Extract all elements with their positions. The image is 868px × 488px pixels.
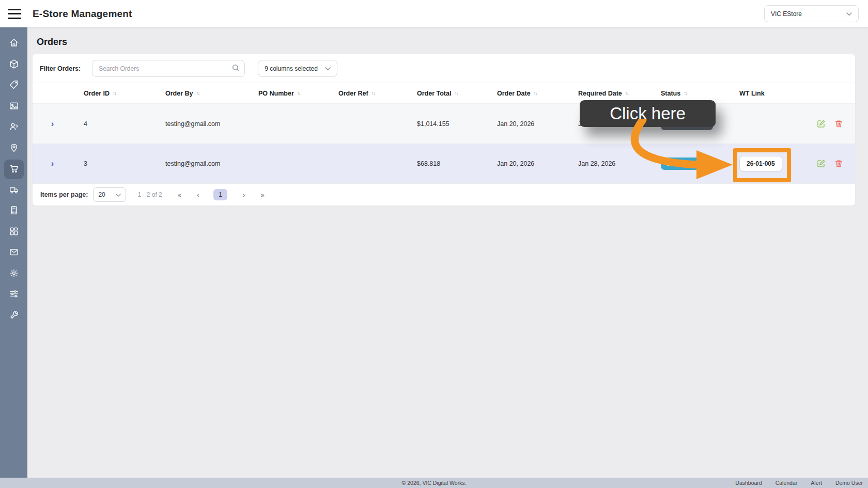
table-header-row: Order ID↑↓ Order By↑↓ PO Number↑↓ Order … — [33, 83, 855, 104]
truck-icon — [9, 184, 19, 197]
columns-select[interactable]: 9 columns selected — [258, 60, 337, 77]
sort-icon[interactable]: ↑↓ — [196, 90, 199, 96]
main-content: Orders Filter Orders: 9 columns selected… — [27, 27, 868, 478]
sidebar-item-apps[interactable] — [4, 223, 24, 242]
app-header: E-Store Management VIC EStore — [0, 0, 868, 27]
gear-icon — [9, 268, 19, 280]
sidebar-item-products[interactable] — [4, 55, 24, 75]
wrench-icon — [9, 310, 19, 322]
sort-icon[interactable]: ↑↓ — [297, 90, 300, 96]
column-header-order-date[interactable]: Order Date↑↓ — [486, 90, 567, 97]
column-header-required-date[interactable]: Required Date↑↓ — [567, 90, 649, 97]
cell-order-total: $1,014.155 — [406, 120, 486, 128]
tag-icon — [9, 80, 19, 92]
expand-row-icon[interactable]: › — [51, 119, 54, 128]
sort-icon[interactable]: ↑↓ — [113, 90, 116, 96]
footer-link-calendar[interactable]: Calendar — [776, 480, 798, 486]
cell-order-total: $68.818 — [406, 160, 486, 167]
sort-icon[interactable]: ↑↓ — [625, 90, 628, 96]
cell-order-by: testing@gmail.com — [154, 160, 247, 167]
sidebar-item-tools[interactable] — [4, 306, 24, 326]
page-size-value: 20 — [98, 191, 105, 198]
page-title: Orders — [37, 37, 855, 48]
cell-order-date: Jan 20, 2026 — [486, 160, 567, 167]
cart-icon — [9, 163, 19, 176]
page-size-select[interactable]: 20 — [93, 187, 126, 202]
store-selector[interactable]: VIC EStore — [764, 5, 859, 22]
sidebar-item-customers[interactable] — [4, 118, 24, 137]
sidebar-item-orders[interactable] — [4, 160, 24, 179]
sidebar — [0, 27, 27, 478]
delete-icon[interactable] — [834, 159, 843, 168]
sort-icon[interactable]: ↑↓ — [684, 90, 687, 96]
sort-icon[interactable]: ↑↓ — [534, 90, 537, 96]
footer: © 2026, VIC Digital Works. Dashboard Cal… — [0, 478, 868, 488]
column-header-order-id[interactable]: Order ID↑↓ — [72, 90, 154, 97]
edit-icon[interactable] — [817, 119, 826, 128]
menu-icon[interactable] — [8, 9, 21, 19]
sidebar-item-media[interactable] — [4, 97, 24, 117]
cell-order-id: 3 — [72, 160, 154, 167]
sidebar-item-messages[interactable] — [4, 243, 24, 263]
images-icon — [9, 101, 19, 113]
sliders-icon — [9, 289, 19, 301]
column-header-order-ref[interactable]: Order Ref↑↓ — [327, 90, 406, 97]
search-icon — [232, 64, 240, 72]
sort-icon[interactable]: ↑↓ — [454, 90, 457, 96]
footer-link-dashboard[interactable]: Dashboard — [735, 480, 762, 486]
column-header-order-total[interactable]: Order Total↑↓ — [406, 90, 486, 97]
sidebar-item-locations[interactable] — [4, 139, 24, 159]
sort-icon[interactable]: ↑↓ — [371, 90, 375, 96]
footer-link-demo-user[interactable]: Demo User — [835, 480, 863, 486]
sidebar-item-home[interactable] — [4, 34, 24, 54]
mail-icon — [9, 247, 19, 259]
dashboard-grid-icon — [9, 226, 19, 239]
page-number-button[interactable]: 1 — [213, 189, 227, 200]
chevron-down-icon — [846, 10, 852, 18]
arrow-annotation — [610, 119, 744, 185]
chevron-down-icon — [325, 65, 331, 72]
calculator-icon — [9, 205, 19, 217]
first-page-button[interactable]: « — [178, 191, 181, 199]
next-page-button[interactable]: › — [243, 191, 245, 199]
sidebar-item-tags[interactable] — [4, 76, 24, 96]
items-per-page-label: Items per page: — [40, 191, 88, 198]
pagination-bar: Items per page: 20 1 - 2 of 2 « ‹ 1 › » — [33, 183, 855, 206]
expand-row-icon[interactable]: › — [51, 159, 54, 168]
sidebar-item-preferences[interactable] — [4, 285, 24, 305]
app-title: E-Store Management — [33, 8, 132, 20]
cell-order-date: Jan 20, 2026 — [486, 120, 567, 128]
column-header-order-by[interactable]: Order By↑↓ — [154, 90, 247, 97]
sidebar-item-settings[interactable] — [4, 264, 24, 284]
footer-link-alert[interactable]: Alert — [811, 480, 822, 486]
sidebar-item-shipping[interactable] — [4, 181, 24, 200]
last-page-button[interactable]: » — [260, 191, 264, 199]
column-header-wt-link: WT Link — [728, 90, 804, 97]
prev-page-button[interactable]: ‹ — [197, 191, 199, 199]
sidebar-item-invoices[interactable] — [4, 201, 24, 221]
customers-icon — [9, 121, 19, 134]
column-header-po-number[interactable]: PO Number↑↓ — [247, 90, 327, 97]
pagination-range: 1 - 2 of 2 — [137, 191, 162, 198]
filter-label: Filter Orders: — [40, 65, 81, 72]
search-input[interactable] — [92, 60, 245, 77]
package-icon — [9, 59, 19, 71]
store-selector-value: VIC EStore — [771, 10, 802, 18]
home-icon — [9, 38, 19, 50]
column-header-status[interactable]: Status↑↓ — [649, 90, 728, 97]
columns-select-value: 9 columns selected — [265, 65, 318, 72]
cell-order-id: 4 — [72, 120, 154, 128]
edit-icon[interactable] — [817, 159, 826, 168]
location-pin-icon — [9, 143, 19, 155]
cell-order-by: testing@gmail.com — [154, 120, 247, 128]
filter-row: Filter Orders: 9 columns selected — [33, 54, 855, 83]
delete-icon[interactable] — [834, 119, 843, 128]
chevron-down-icon — [116, 191, 121, 198]
